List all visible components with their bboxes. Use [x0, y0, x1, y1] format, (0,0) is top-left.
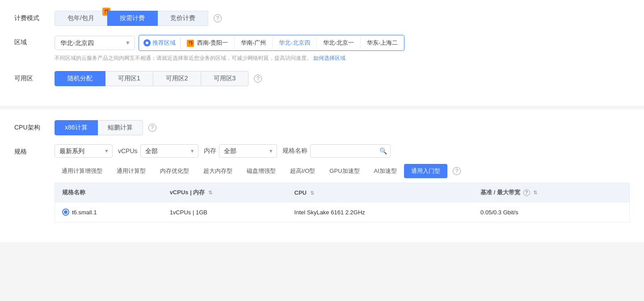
billing-tab-1[interactable]: 按需计费 [107, 11, 158, 26]
memory-label: 内存 [204, 147, 216, 155]
spec-name-cell: t6.small.1 [62, 209, 156, 216]
cell-cpu: Intel SkyLake 6161 2.2GHz [287, 202, 474, 222]
type-tab-4[interactable]: 磁盘增强型 [240, 164, 283, 178]
type-tab-7[interactable]: AI加速型 [367, 164, 404, 178]
series-select-wrapper: 最新系列 S系列 C系列 ▼ [55, 144, 113, 158]
spec-name-filter-item: 规格名称 🔍 [282, 144, 391, 158]
memory-select[interactable]: 全部 1GB 2GB 4GB [219, 144, 277, 158]
vcpus-select[interactable]: 全部 1 2 4 [140, 144, 198, 158]
type-tab-5[interactable]: 超高I/O型 [283, 164, 322, 178]
az-btn-3[interactable]: 可用区3 [201, 71, 249, 86]
type-tab-0[interactable]: 通用计算增强型 [55, 164, 109, 178]
az-content: 随机分配 可用区1 可用区2 可用区3 ? [55, 71, 630, 86]
region-item-1[interactable]: 华南-广州 [235, 37, 273, 49]
cpu-arch-content: x86计算 鲲鹏计算 ? [55, 120, 630, 135]
vcpus-filter-item: vCPUs 全部 1 2 4 ▼ [118, 144, 198, 158]
az-btn-2[interactable]: 可用区2 [153, 71, 201, 86]
region-select-wrapper: 华北-北京四 华南-广州 华东-上海二 华北-北京一 西南-贵阳一 ▼ [55, 36, 135, 50]
type-tab-6[interactable]: GPU加速型 [322, 164, 366, 178]
spec-name-input-wrapper: 🔍 [310, 144, 391, 158]
col-cpu: CPU ⇅ [287, 183, 474, 202]
arch-btn-x86[interactable]: x86计算 [55, 120, 98, 135]
vcpus-label: vCPUs [118, 147, 138, 155]
table-row[interactable]: t6.small.1 1vCPUs | 1GB Intel SkyLake 61… [55, 202, 630, 222]
col-cpu-sort-icon[interactable]: ⇅ [310, 190, 314, 196]
billing-tab-0[interactable]: 包年/包月 🎁 [55, 11, 107, 26]
type-tab-8[interactable]: 通用入门型 [404, 164, 447, 178]
region-hint-link[interactable]: 如何选择区域 [313, 55, 345, 61]
cpu-arch-label: CPU架构 [14, 120, 55, 132]
col-vcpus-mem: vCPUs | 内存 ⇅ [163, 183, 287, 202]
cell-vcpus-mem: 1vCPUs | 1GB [163, 202, 287, 222]
spec-content: 最新系列 S系列 C系列 ▼ vCPUs 全部 1 [55, 144, 630, 222]
spec-name-input[interactable] [310, 144, 391, 158]
cpu-arch-help-icon[interactable]: ? [148, 124, 156, 132]
bandwidth-help-icon[interactable]: ? [523, 189, 530, 196]
col-bandwidth: 基准 / 最大带宽 ? ⇅ [473, 183, 629, 202]
region-quick-label: 推荐区域 [139, 37, 181, 49]
cell-name: t6.small.1 [55, 202, 163, 222]
region-item-4[interactable]: 华东-上海二 [361, 37, 404, 49]
section-basic: 计费模式 包年/包月 🎁 按需计费 竞价计费 ? [0, 0, 644, 106]
type-tab-1[interactable]: 通用计算型 [109, 164, 153, 178]
spec-table-body: t6.small.1 1vCPUs | 1GB Intel SkyLake 61… [55, 202, 630, 222]
type-tabs-help-icon[interactable]: ? [453, 167, 461, 175]
arch-btn-kunpeng[interactable]: 鲲鹏计算 [98, 120, 143, 135]
billing-content: 包年/包月 🎁 按需计费 竞价计费 ? [55, 11, 630, 26]
arch-btn-group: x86计算 鲲鹏计算 ? [55, 120, 630, 135]
az-btn-group: 随机分配 可用区1 可用区2 可用区3 ? [55, 71, 630, 86]
region-select[interactable]: 华北-北京四 华南-广州 华东-上海二 华北-北京一 西南-贵阳一 [55, 36, 135, 50]
region-label: 区域 [14, 35, 55, 46]
region-item-2[interactable]: 华北-北京四 [273, 37, 316, 49]
az-row: 可用区 随机分配 可用区1 可用区2 可用区3 ? [14, 71, 630, 86]
region-gift-icon-0: 🎁 [187, 40, 194, 47]
memory-filter-item: 内存 全部 1GB 2GB 4GB ▼ [204, 144, 277, 158]
region-circle-icon [143, 39, 151, 46]
type-tab-2[interactable]: 内存优化型 [153, 164, 196, 178]
col-vcpus-sort-icon[interactable]: ⇅ [208, 190, 212, 196]
row-radio-btn[interactable] [62, 209, 69, 216]
col-bandwidth-sort-icon[interactable]: ⇅ [533, 190, 537, 196]
spec-filter-row: 规格 最新系列 S系列 C系列 ▼ vCPUs [14, 144, 630, 222]
type-tab-3[interactable]: 超大内存型 [196, 164, 240, 178]
section-spec: CPU架构 x86计算 鲲鹏计算 ? 规格 [0, 106, 644, 242]
vcpus-select-wrapper: 全部 1 2 4 ▼ [140, 144, 198, 158]
spec-table: 规格名称 vCPUs | 内存 ⇅ CPU ⇅ 基准 / 最 [55, 183, 630, 222]
az-btn-0[interactable]: 随机分配 [55, 71, 105, 86]
series-select[interactable]: 最新系列 S系列 C系列 [55, 144, 113, 158]
az-label: 可用区 [14, 71, 55, 83]
row-radio-inner [64, 210, 67, 214]
spec-filter-controls: 最新系列 S系列 C系列 ▼ vCPUs 全部 1 [55, 144, 630, 158]
svg-point-0 [146, 42, 148, 44]
type-tabs: 通用计算增强型 通用计算型 内存优化型 超大内存型 磁盘增强型 [55, 164, 630, 178]
memory-select-wrapper: 全部 1GB 2GB 4GB ▼ [219, 144, 277, 158]
az-help-icon[interactable]: ? [254, 75, 262, 83]
col-name: 规格名称 [55, 183, 163, 202]
billing-btn-group: 包年/包月 🎁 按需计费 竞价计费 ? [55, 11, 630, 26]
cell-bandwidth: 0.05/0.3 Gbit/s [473, 202, 629, 222]
billing-row: 计费模式 包年/包月 🎁 按需计费 竞价计费 ? [14, 11, 630, 26]
region-item-0[interactable]: 🎁 西南-贵阳一 [181, 37, 235, 49]
billing-help-icon[interactable]: ? [214, 14, 222, 22]
spec-name-label: 规格名称 [282, 147, 307, 155]
region-select-row: 华北-北京四 华南-广州 华东-上海二 华北-北京一 西南-贵阳一 ▼ [55, 35, 630, 51]
spec-label: 规格 [14, 144, 55, 156]
cpu-arch-row: CPU架构 x86计算 鲲鹏计算 ? [14, 120, 630, 135]
az-btn-1[interactable]: 可用区1 [105, 71, 153, 86]
region-item-3[interactable]: 华北-北京一 [317, 37, 361, 49]
billing-tab-2[interactable]: 竞价计费 [158, 11, 208, 26]
page-container: 计费模式 包年/包月 🎁 按需计费 竞价计费 ? [0, 0, 644, 242]
region-hint: 不同区域的云服务产品之间内网互不相通；请就近选择靠近您业务的区域，可减少网络时延… [55, 54, 630, 62]
region-quick-select: 推荐区域 🎁 西南-贵阳一 华南-广州 华北-北京四 [139, 35, 404, 51]
billing-label: 计费模式 [14, 11, 55, 22]
spec-table-header: 规格名称 vCPUs | 内存 ⇅ CPU ⇅ 基准 / 最 [55, 183, 630, 202]
region-row: 区域 华北-北京四 华南-广州 华东-上海二 华北-北京一 西南-贵阳一 ▼ [14, 35, 630, 62]
region-content: 华北-北京四 华南-广州 华东-上海二 华北-北京一 西南-贵阳一 ▼ [55, 35, 630, 62]
spec-search-icon[interactable]: 🔍 [379, 147, 387, 155]
